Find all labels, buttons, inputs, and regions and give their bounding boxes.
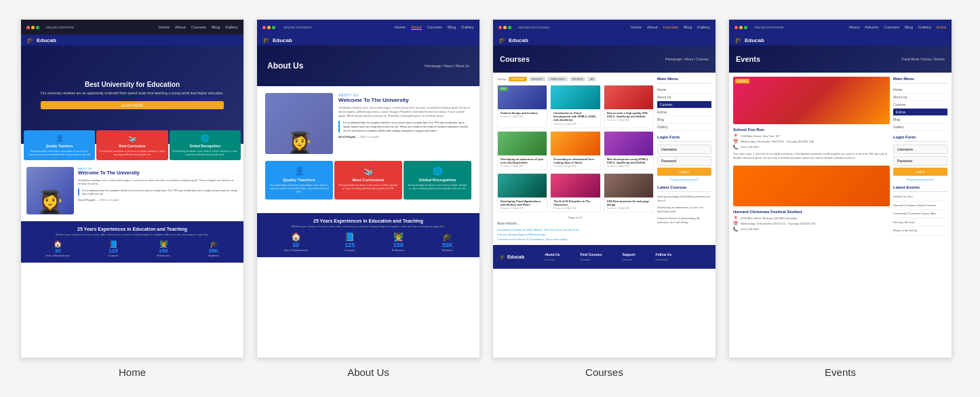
nav-link-about[interactable]: About: [175, 25, 186, 29]
course-card-5[interactable]: Preventing an educational from scaling d…: [550, 131, 600, 170]
about-nav-gallery[interactable]: Gallery: [461, 25, 474, 30]
nav-link-home[interactable]: Home: [159, 25, 170, 29]
latest-event-2[interactable]: Harvard Christmas Festival Student: [893, 204, 947, 210]
curriculum-icon: 📚: [128, 134, 136, 142]
event-featured-title: School Fun Run: [733, 128, 890, 132]
login-username-input[interactable]: Username: [657, 145, 711, 154]
footer-follow-link-1[interactable]: Facebook: [656, 258, 672, 261]
nav-link-blog[interactable]: Blog: [212, 25, 220, 29]
courses-nav-courses[interactable]: Courses: [663, 25, 678, 29]
latest-event-1[interactable]: School Fun Run: [893, 195, 947, 202]
events-menu-courses[interactable]: Courses: [893, 101, 947, 109]
about-teachers-desc: Exceptionally instructors specialize mor…: [269, 183, 330, 194]
latest-event-4[interactable]: Find any Seminar: [893, 221, 947, 227]
about-breadcrumb: Homepage / About / About Us: [425, 64, 469, 68]
courses-nav-blog[interactable]: Blog: [684, 25, 692, 29]
events-nav-extra[interactable]: Extra: [937, 25, 946, 29]
filter-recent[interactable]: RECENT: [529, 77, 545, 81]
filter-featured[interactable]: FEATURED: [547, 77, 567, 81]
stat-professors-label: Professors: [157, 254, 170, 257]
footer-courses-link-1[interactable]: Courses: [580, 258, 602, 261]
more-link-2[interactable]: Courses: Archaeology and Methodology: [497, 233, 654, 236]
login-forgot-link[interactable]: Forgot your password?: [657, 178, 711, 181]
preview-frame-events[interactable]: educab.com/events About Adverts Courses …: [728, 19, 952, 358]
course-meta-3: 3 Lessons | 15 April 2022: [607, 119, 650, 121]
home-hero-button[interactable]: LEARN MORE: [41, 101, 224, 109]
stat-exp-icon: 🏠: [45, 240, 70, 248]
courses-nav-about[interactable]: About: [647, 25, 658, 29]
course-card-3[interactable]: How to write a high quality CSS, CSS 3, …: [604, 85, 654, 128]
events-nav-about[interactable]: About: [849, 25, 860, 29]
course-meta-4: 3 Lessons | 15 April 2022: [501, 165, 544, 168]
login-button[interactable]: Log In: [657, 168, 711, 176]
events-latest-title: Latest Events: [893, 185, 947, 192]
about-stat-exp-icon: 🏠: [283, 232, 308, 242]
sidebar-menu-courses[interactable]: Courses: [657, 101, 711, 109]
course-title-7: Developing Cloud Applications with Node.…: [501, 200, 544, 206]
about-welcome-title: Welcome To The University: [338, 97, 471, 104]
events-menu-gallery[interactable]: Gallery: [893, 124, 947, 131]
curriculum-title: Best Curriculum: [119, 144, 146, 148]
sidebar-menu-gallery[interactable]: Gallery: [657, 124, 711, 131]
about-browser-nav: educab.com/about Home About Courses Blog…: [257, 20, 479, 35]
course-card-4[interactable]: Developing an awareness of your core tea…: [497, 131, 547, 170]
events-login-username[interactable]: Username: [893, 145, 947, 154]
events-login-password[interactable]: Password: [893, 156, 947, 166]
course-card-7[interactable]: Developing Cloud Applications with Node.…: [497, 173, 547, 212]
course-card-9[interactable]: CSS Best practices for web page design 3…: [604, 173, 654, 212]
about-stat-professors: 👨‍🏫 150 Professors: [392, 232, 405, 252]
about-nav-home[interactable]: Home: [395, 25, 406, 30]
about-nav-about[interactable]: About: [411, 25, 422, 30]
events-menu-blog[interactable]: Blog: [893, 116, 947, 124]
events-nav-gallery[interactable]: Gallery: [918, 25, 931, 29]
events-nav-adverts[interactable]: Adverts: [865, 25, 878, 29]
nav-link-courses[interactable]: Courses: [191, 25, 206, 29]
footer-support-link-1[interactable]: Courses: [622, 258, 635, 261]
footer-about-link-1[interactable]: Courses: [545, 258, 560, 261]
sidebar-menu-extras[interactable]: Extras: [657, 109, 711, 116]
filter-popular[interactable]: POPULAR: [509, 77, 527, 81]
event-date-text: Wednesday, 2 November 2022 9:12 - Thursd…: [741, 140, 814, 143]
preview-frame-courses[interactable]: educab.com/courses Home About Courses Bl…: [492, 19, 716, 358]
course-card-2[interactable]: Introduction to Cloud Development with H…: [550, 85, 600, 128]
sidebar-menu-blog[interactable]: Blog: [657, 116, 711, 124]
preview-frame-home[interactable]: educab.com/home Home About Courses Blog …: [20, 19, 244, 358]
nav-link-gallery[interactable]: Gallery: [225, 25, 238, 29]
events-login-button[interactable]: Log In: [893, 168, 947, 176]
events-logo-text: Educab: [745, 37, 764, 43]
more-link-1[interactable]: Lanzamiento Estelar de Dinko Nikolls: Th…: [497, 228, 654, 231]
events-forgot-link[interactable]: Forgot your password?: [893, 178, 947, 181]
more-link-3[interactable]: Creatives and Creatives ft Completions, …: [497, 238, 654, 241]
recognition-desc: Exceeding students more time in better d…: [172, 149, 238, 156]
about-nav-courses[interactable]: Courses: [427, 25, 442, 30]
courses-more-section: More Articles ...: [497, 221, 654, 225]
course-card-8[interactable]: The End Of Discipline In The Classroom 3…: [550, 173, 600, 212]
event-phone-text: (111) 123-4567: [741, 145, 759, 149]
course-body-5: Preventing an educational from scaling d…: [551, 155, 600, 170]
latest-event-5[interactable]: Works of the Scrolls: [893, 229, 947, 235]
about-stat-professors-label: Professors: [392, 248, 405, 252]
about-welcome-para: Vestibulum tristique eros, sed aucted au…: [338, 106, 471, 118]
events-nav-blog[interactable]: Blog: [905, 25, 913, 29]
latest-event-3[interactable]: Continental Christmas Festive, After: [893, 212, 947, 219]
filter-review[interactable]: REVIEW: [570, 77, 586, 81]
about-logo-bar: 🎓 Educab: [257, 35, 479, 45]
courses-nav-home[interactable]: Home: [631, 25, 642, 29]
sidebar-menu-home[interactable]: Home: [657, 86, 711, 94]
filter-all[interactable]: All: [587, 77, 595, 81]
about-nav-blog[interactable]: Blog: [448, 25, 456, 30]
sidebar-menu-about[interactable]: About Us: [657, 94, 711, 101]
preview-frame-about[interactable]: educab.com/about Home About Courses Blog…: [256, 19, 480, 358]
course-card-6[interactable]: Web development using HTML5, CSS 3, Java…: [604, 131, 654, 170]
events-menu-about[interactable]: About Us: [893, 94, 947, 101]
about-stat-courses-num: 125: [345, 242, 355, 248]
stat-professors-icon: 👨‍🏫: [157, 240, 170, 248]
events-nav-courses[interactable]: Courses: [884, 25, 899, 29]
teachers-title: Quality Teachers: [46, 144, 73, 148]
events-menu-extras[interactable]: Extras: [893, 109, 947, 116]
home-nav-links: Home About Courses Blog Gallery: [159, 25, 238, 29]
events-menu-home[interactable]: Home: [893, 86, 947, 94]
courses-nav-gallery[interactable]: Gallery: [697, 25, 710, 29]
login-password-input[interactable]: Password: [657, 156, 711, 166]
course-card-1[interactable]: NEW Fashion Design and Creative 3 Lesson…: [497, 85, 547, 128]
